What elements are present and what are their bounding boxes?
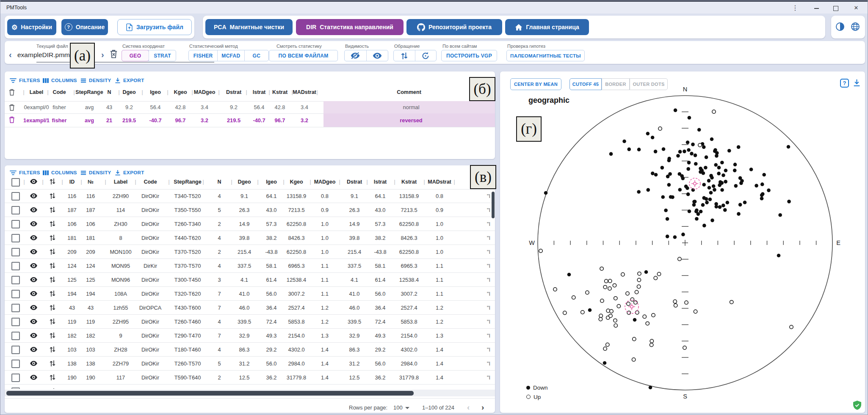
row-visibility-icon[interactable]: [30, 347, 37, 352]
row-checkbox[interactable]: [11, 248, 20, 256]
row-checkbox[interactable]: [11, 290, 20, 298]
row-flip-icon[interactable]: [50, 220, 55, 227]
dir-button[interactable]: DIR Статистика направлений: [296, 19, 404, 35]
filters-button[interactable]: FILTERS: [10, 168, 40, 177]
columns-button[interactable]: COLUMNS: [43, 76, 77, 85]
minimize-button[interactable]: [810, 3, 823, 13]
menu-kebab-icon[interactable]: ⋮: [789, 3, 802, 13]
delete-row-icon[interactable]: [9, 116, 15, 123]
pca-button[interactable]: PCA Магнитные чистки: [205, 19, 293, 35]
columns-button[interactable]: COLUMNS: [43, 168, 77, 177]
table-row[interactable]: [5, 385, 495, 389]
coords-strat-button[interactable]: STRAT: [149, 50, 176, 61]
row-checkbox[interactable]: [11, 262, 20, 270]
export-button[interactable]: EXPORT: [115, 76, 144, 85]
swap-arrows-icon[interactable]: [394, 50, 415, 61]
home-button[interactable]: Главная страница: [505, 19, 589, 35]
download-plot-icon[interactable]: [852, 78, 861, 87]
select-all-checkbox[interactable]: [11, 178, 20, 187]
table-row[interactable]: 125125MON96DirOKirT300-T45034.161.412538…: [5, 273, 495, 287]
row-flip-icon[interactable]: [50, 276, 55, 283]
row-checkbox[interactable]: [11, 332, 20, 340]
repository-button[interactable]: Репозиторий проекта: [406, 19, 502, 35]
row-visibility-icon[interactable]: [30, 249, 37, 254]
row-flip-icon[interactable]: [50, 388, 55, 389]
eye-off-icon[interactable]: [345, 50, 366, 61]
row-checkbox[interactable]: [11, 234, 20, 242]
row-visibility-icon[interactable]: [30, 333, 37, 338]
table-row[interactable]: 43431zh55DirOPCAT430-T600746.036.42527.4…: [5, 301, 495, 315]
rows-per-page-caret-icon[interactable]: [405, 407, 409, 409]
table-row[interactable]: 187187114DirOKirT350-T550526.343.07213.5…: [5, 203, 495, 217]
row-flip-icon[interactable]: [50, 206, 55, 213]
pm-tests-button[interactable]: ПАЛЕОМАГНИТНЫЕ ТЕСТЫ: [507, 50, 584, 61]
maximize-button[interactable]: [829, 3, 842, 13]
center-by-mean-button[interactable]: CENTER BY MEAN: [510, 78, 561, 90]
theme-contrast-icon[interactable]: [835, 22, 845, 31]
table-row[interactable]: 1161162ZH90DirOKirT340-T52049.164.113158…: [5, 189, 495, 203]
row-visibility-icon[interactable]: [30, 207, 37, 212]
row-visibility-icon[interactable]: [30, 361, 37, 366]
about-button[interactable]: ? Описание: [61, 19, 108, 35]
row-flip-icon[interactable]: [50, 192, 55, 199]
table-row[interactable]: 106106ZH30DirOKirT260-T340214.957.362250…: [5, 217, 495, 231]
next-page-button[interactable]: ›: [481, 403, 484, 412]
table-row[interactable]: 1381382ZH79DirOKirT260-T570531.256.02984…: [5, 357, 495, 371]
settings-button[interactable]: ⚙ Настройки: [7, 19, 56, 35]
border-button[interactable]: BORDER: [602, 78, 630, 90]
rotate-reset-icon[interactable]: [415, 50, 437, 61]
row-flip-icon[interactable]: [50, 332, 55, 339]
all-files-button[interactable]: ПО ВСЕМ ФАЙЛАМ: [269, 50, 337, 61]
row-checkbox[interactable]: [11, 374, 20, 382]
row-checkbox[interactable]: [11, 276, 20, 284]
row-flip-icon[interactable]: [50, 318, 55, 325]
build-vgp-button[interactable]: ПОСТРОИТЬ VGP: [442, 50, 497, 61]
method-mcfad-button[interactable]: MCFAD: [217, 50, 244, 61]
prev-page-button[interactable]: ‹: [467, 403, 470, 412]
export-button[interactable]: EXPORT: [115, 168, 144, 177]
next-file-chevron[interactable]: ›: [101, 49, 104, 60]
table-row[interactable]: 1191192ZH95DirOKirT260-T4604339.572.4585…: [5, 315, 495, 329]
density-button[interactable]: DENSITY: [80, 76, 111, 85]
table-row[interactable]: 103103ZH28DirOKirT180-T460486.329.24302.…: [5, 343, 495, 357]
language-globe-icon[interactable]: [851, 22, 860, 31]
row-visibility-icon[interactable]: [30, 375, 37, 380]
row-checkbox[interactable]: [11, 318, 20, 326]
delete-file-icon[interactable]: [110, 49, 118, 58]
row-flip-icon[interactable]: [50, 360, 55, 367]
row-visibility-icon[interactable]: [30, 193, 37, 198]
row-checkbox[interactable]: [11, 220, 20, 228]
outer-dots-button[interactable]: OUTER DOTS: [630, 78, 668, 90]
row-visibility-icon[interactable]: [30, 277, 37, 282]
row-flip-icon[interactable]: [50, 234, 55, 241]
rows-per-page-value[interactable]: 100: [393, 404, 403, 411]
row-checkbox[interactable]: [11, 346, 20, 354]
row-visibility-icon[interactable]: [30, 319, 37, 324]
row-visibility-icon[interactable]: [30, 221, 37, 226]
table-row[interactable]: 1821829DirOKirT290-T470732.949.32154.01.…: [5, 329, 495, 343]
row-flip-icon[interactable]: [50, 262, 55, 269]
filters-button[interactable]: FILTERS: [10, 76, 40, 85]
table-row[interactable]: 209209MON100DirOKirT370-T5202215.4-43.86…: [5, 245, 495, 259]
row-checkbox[interactable]: [11, 388, 20, 389]
row-flip-icon[interactable]: [50, 290, 55, 297]
row-checkbox[interactable]: [11, 192, 20, 201]
row-checkbox[interactable]: [11, 304, 20, 312]
row-flip-icon[interactable]: [50, 346, 55, 353]
row-flip-icon[interactable]: [50, 304, 55, 311]
row-visibility-icon[interactable]: [30, 263, 37, 268]
row-visibility-icon[interactable]: [30, 291, 37, 296]
load-file-button[interactable]: Загрузить файл: [117, 19, 192, 35]
density-button[interactable]: DENSITY: [80, 168, 111, 177]
delete-row-icon[interactable]: [9, 104, 15, 111]
cutoff-button[interactable]: CUTOFF 45: [569, 78, 602, 90]
vertical-scrollbar[interactable]: [492, 192, 495, 218]
table-row[interactable]: 190190117DirOKirT590-T640212.536.231779.…: [5, 371, 495, 385]
row-visibility-icon[interactable]: [30, 235, 37, 240]
eye-icon[interactable]: [366, 50, 388, 61]
coords-geo-button[interactable]: GEO: [122, 50, 149, 61]
row-flip-icon[interactable]: [50, 248, 55, 255]
close-button[interactable]: ✕: [850, 3, 862, 13]
row-checkbox[interactable]: [11, 360, 20, 368]
method-fisher-button[interactable]: FISHER: [189, 50, 217, 61]
